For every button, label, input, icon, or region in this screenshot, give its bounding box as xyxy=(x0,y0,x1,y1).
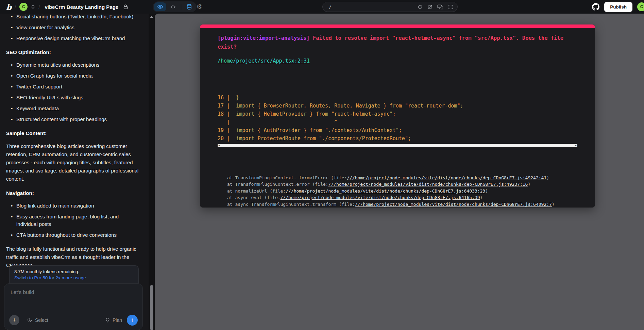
navigation-list: Blog link added to main navigationEasy a… xyxy=(6,202,141,239)
stack-frame-text: at async eval (file: xyxy=(227,195,281,200)
paragraph-sample-content: Three comprehensive blog articles coveri… xyxy=(6,142,141,183)
section-heading-sample: Sample Content: xyxy=(6,129,141,137)
list-item: CTA buttons throughout to drive conversi… xyxy=(6,231,141,239)
stack-frame-text: at async TransformPluginContext.transfor… xyxy=(227,202,355,207)
reload-icon[interactable] xyxy=(418,4,423,10)
list-item: View counter for analytics xyxy=(6,24,141,31)
stack-frame-link[interactable]: ///home/project/node_modules/vite/dist/n… xyxy=(281,195,480,200)
stack-frame-suffix: ) xyxy=(546,175,549,180)
topbar: b / C / vibeCrm Beauty Landing Page xyxy=(0,0,644,14)
list-item: Open Graph tags for social media xyxy=(6,72,141,80)
list-item: Blog link added to main navigation xyxy=(6,202,141,210)
stack-frame: at normalizeUrl (file:///home/project/no… xyxy=(227,188,577,195)
stack-trace: at TransformPluginContext._formatError (… xyxy=(218,154,577,208)
chat-footer: 8.7M monthly tokens remaining. Switch to… xyxy=(0,265,149,330)
list-item: Responsive design matching the vibeCrm b… xyxy=(6,35,141,42)
url-bar xyxy=(322,2,458,12)
section-heading-seo: SEO Optimization: xyxy=(6,48,141,56)
device-preview-icon[interactable] xyxy=(437,4,443,10)
list-item: SEO-friendly URLs with slugs xyxy=(6,94,141,101)
topbar-actions: Publish C xyxy=(592,0,641,14)
stack-frame-link[interactable]: ///home/project/node_modules/vite/dist/n… xyxy=(286,188,485,194)
seo-list: Dynamic meta titles and descriptionsOpen… xyxy=(6,61,141,123)
list-item: Keyword metadata xyxy=(6,105,141,112)
stack-frame-link[interactable]: ///home/project/node_modules/vite/dist/n… xyxy=(347,175,546,180)
lock-icon[interactable] xyxy=(123,4,128,10)
plugin-tag: [plugin:vite:import-analysis] xyxy=(218,35,310,41)
chat-sidebar: Social sharing buttons (Twitter, LinkedI… xyxy=(0,14,155,330)
view-toggle xyxy=(153,1,197,12)
code-line: 18 | import { HelmetProvider } from "rea… xyxy=(218,110,577,118)
list-item: Social sharing buttons (Twitter, LinkedI… xyxy=(6,14,141,20)
stack-frame-text: at normalizeUrl (file: xyxy=(227,188,286,194)
prompt-composer: + Select Plan ↑ xyxy=(4,283,143,330)
database-button[interactable] xyxy=(183,2,195,11)
team-badge[interactable]: C xyxy=(19,3,28,11)
project-title: vibeCrm Beauty Landing Page xyxy=(45,4,118,10)
scroll-left-arrow-icon[interactable]: ◄ xyxy=(218,144,220,147)
code-line: 17 | import { BrowserRouter, Routes, Rou… xyxy=(218,102,577,110)
list-item: Structured content with proper headings xyxy=(6,116,141,123)
stack-frame-suffix: ) xyxy=(485,188,488,194)
stack-frame-suffix: ) xyxy=(480,195,483,200)
stack-frame: at TransformPluginContext.error (file://… xyxy=(227,181,577,188)
select-label: Select xyxy=(35,317,48,323)
stack-frame-suffix: ) xyxy=(552,202,555,207)
stack-frame-text: at TransformPluginContext._formatError (… xyxy=(227,175,347,180)
code-line: | ^ xyxy=(218,118,577,126)
scroll-right-arrow-icon[interactable]: ► xyxy=(575,144,577,147)
sidebar-scrollbar xyxy=(149,14,155,330)
list-item: Twitter Card support xyxy=(6,83,141,90)
stack-frame-suffix: ) xyxy=(528,182,530,187)
select-cursor-icon xyxy=(27,317,33,323)
scrollbar-thumb[interactable] xyxy=(150,285,153,330)
error-accent-strip xyxy=(200,24,595,28)
code-frame: 16 | }17 | import { BrowserRouter, Route… xyxy=(218,69,577,143)
list-item: Dynamic meta titles and descriptions xyxy=(6,61,141,69)
code-line: 16 | } xyxy=(218,94,577,102)
user-avatar[interactable]: C xyxy=(637,2,644,11)
send-button[interactable]: ↑ xyxy=(127,315,138,326)
code-view-button[interactable] xyxy=(167,2,179,11)
error-file-link[interactable]: /home/project/src/App.tsx:2:31 xyxy=(218,58,310,64)
settings-gear-icon[interactable]: ⚙ xyxy=(195,3,203,11)
code-line: 20 | import ProtectedRoute from "./compo… xyxy=(218,134,577,143)
prompt-input[interactable] xyxy=(11,289,136,309)
breadcrumb-separator: / xyxy=(38,4,40,10)
composer-toolbar: + Select Plan ↑ xyxy=(9,315,138,326)
breadcrumb: b / C / vibeCrm Beauty Landing Page xyxy=(6,0,128,14)
stack-frame-link[interactable]: ///home/project/node_modules/vite/dist/n… xyxy=(328,182,528,187)
tokens-remaining-text: 8.7M monthly tokens remaining. xyxy=(14,269,134,275)
lightbulb-icon xyxy=(105,317,110,323)
stack-frame: at async TransformPluginContext.transfor… xyxy=(227,201,577,208)
url-bar-actions xyxy=(418,4,453,10)
stack-frame: at TransformPluginContext._formatError (… xyxy=(227,175,577,181)
upgrade-link[interactable]: Switch to Pro 50 for 2x more usage xyxy=(14,275,86,281)
stack-frame: at async eval (file:///home/project/node… xyxy=(227,194,577,201)
vite-error-overlay: [plugin:vite:import-analysis] Failed to … xyxy=(200,24,595,208)
breadcrumb-separator: / xyxy=(15,4,16,10)
toggle-divider xyxy=(181,4,181,10)
feature-list: Social sharing buttons (Twitter, LinkedI… xyxy=(6,14,141,42)
fullscreen-icon[interactable] xyxy=(448,4,453,10)
github-icon[interactable] xyxy=(592,3,599,11)
stack-frame-link[interactable]: ///home/project/node_modules/vite/dist/n… xyxy=(355,202,552,207)
url-input[interactable] xyxy=(329,4,418,10)
preview-pane[interactable]: [plugin:vite:import-analysis] Failed to … xyxy=(155,14,644,330)
chevron-updown-icon[interactable] xyxy=(31,4,35,9)
bolt-logo[interactable]: b xyxy=(6,2,11,12)
app-window: b / C / vibeCrm Beauty Landing Page xyxy=(0,0,644,330)
error-message: [plugin:vite:import-analysis] Failed to … xyxy=(218,34,575,51)
section-heading-navigation: Navigation: xyxy=(6,189,141,197)
plan-label: Plan xyxy=(113,317,122,323)
select-tool-button[interactable]: Select xyxy=(27,317,48,323)
horizontal-scrollbar[interactable]: ◄ ► xyxy=(218,144,577,147)
preview-eye-button[interactable] xyxy=(154,2,166,11)
plan-button[interactable]: Plan xyxy=(105,317,122,323)
scroll-up-arrow-icon[interactable] xyxy=(150,16,153,18)
stack-frame-text: at TransformPluginContext.error (file: xyxy=(227,182,328,187)
list-item: Easy access from landing page, blog list… xyxy=(6,213,141,228)
publish-button[interactable]: Publish xyxy=(604,2,632,12)
open-external-icon[interactable] xyxy=(427,4,433,10)
attach-plus-button[interactable]: + xyxy=(9,315,19,325)
